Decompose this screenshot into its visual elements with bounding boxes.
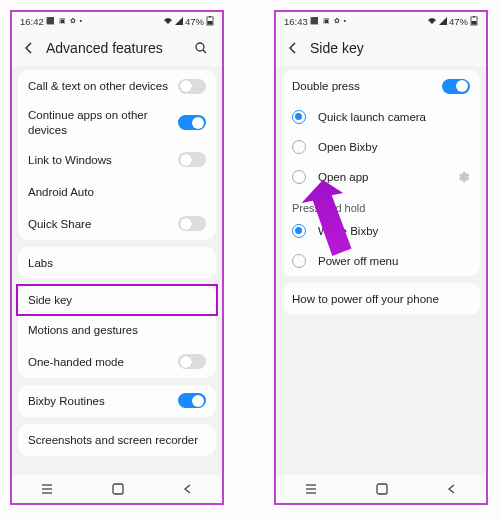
item-bixby-routines[interactable]: Bixby Routines [18, 385, 216, 417]
page-title: Advanced features [46, 40, 194, 56]
item-label: Android Auto [28, 186, 206, 198]
header: Advanced features [12, 30, 222, 66]
status-bar: 16:42 ⬛ ▣ ✿ • 47% [12, 12, 222, 30]
search-icon[interactable] [194, 41, 212, 55]
status-notif-icons: ⬛ ▣ ✿ • [310, 17, 347, 25]
section-label: Double press [292, 80, 442, 92]
item-android-auto[interactable]: Android Auto [18, 176, 216, 208]
radio-open-app[interactable]: Open app [282, 162, 480, 192]
radio-label: Wake Bixby [318, 225, 378, 237]
item-link-windows[interactable]: Link to Windows [18, 144, 216, 176]
recents-button[interactable] [304, 483, 318, 495]
back-icon[interactable] [22, 41, 40, 55]
svg-rect-11 [472, 21, 477, 25]
radio-open-bixby[interactable]: Open Bixby [282, 132, 480, 162]
page-title: Side key [310, 40, 476, 56]
item-label: Labs [28, 257, 206, 269]
status-bar: 16:43 ⬛ ▣ ✿ • 47% [276, 12, 486, 30]
item-screenshots[interactable]: Screenshots and screen recorder [18, 424, 216, 456]
status-notif-icons: ⬛ ▣ ✿ • [46, 17, 83, 25]
toggle-on[interactable] [178, 393, 206, 408]
recents-button[interactable] [40, 483, 54, 495]
item-how-to-power-off[interactable]: How to power off your phone [282, 283, 480, 315]
radio-label: Quick launch camera [318, 111, 426, 123]
nav-bar [12, 475, 222, 503]
svg-rect-8 [113, 484, 123, 494]
item-labs[interactable]: Labs [18, 247, 216, 279]
item-label: Screenshots and screen recorder [28, 434, 206, 446]
signal-icon [439, 17, 447, 25]
item-one-handed[interactable]: One-handed mode [18, 346, 216, 378]
battery-icon [206, 16, 214, 26]
wifi-icon [163, 17, 173, 25]
toggle-off[interactable] [178, 152, 206, 167]
status-time: 16:43 [284, 16, 308, 27]
item-motions[interactable]: Motions and gestures [18, 314, 216, 346]
battery-text: 47% [449, 16, 468, 27]
item-label: Motions and gestures [28, 324, 206, 336]
item-label: How to power off your phone [292, 293, 470, 305]
toggle-off[interactable] [178, 354, 206, 369]
radio-icon [292, 140, 306, 154]
battery-icon [470, 16, 478, 26]
gear-icon[interactable] [456, 170, 470, 184]
radio-label: Open app [318, 171, 456, 183]
item-label: Link to Windows [28, 154, 178, 166]
svg-line-4 [203, 50, 206, 53]
radio-wake-bixby[interactable]: Wake Bixby [282, 216, 480, 246]
toggle-on[interactable] [442, 79, 470, 94]
radio-quick-launch-camera[interactable]: Quick launch camera [282, 102, 480, 132]
radio-icon [292, 170, 306, 184]
back-button[interactable] [182, 483, 194, 495]
nav-bar [276, 475, 486, 503]
radio-power-off[interactable]: Power off menu [282, 246, 480, 276]
item-label: Call & text on other devices [28, 80, 178, 92]
item-call-text[interactable]: Call & text on other devices [18, 70, 216, 102]
toggle-off[interactable] [178, 216, 206, 231]
radio-label: Power off menu [318, 255, 398, 267]
svg-rect-10 [473, 16, 475, 17]
radio-selected-icon [292, 224, 306, 238]
home-button[interactable] [111, 482, 125, 496]
item-label: One-handed mode [28, 356, 178, 368]
item-continue-apps[interactable]: Continue apps on other devices [18, 102, 216, 144]
item-label: Bixby Routines [28, 395, 178, 407]
signal-icon [175, 17, 183, 25]
radio-selected-icon [292, 110, 306, 124]
settings-list: Call & text on other devices Continue ap… [12, 66, 222, 475]
toggle-off[interactable] [178, 79, 206, 94]
item-label: Side key [28, 294, 206, 306]
phone-screen-side-key: 16:43 ⬛ ▣ ✿ • 47% Side key Double press [274, 10, 488, 505]
header: Side key [276, 30, 486, 66]
item-label: Continue apps on other devices [28, 108, 178, 138]
back-icon[interactable] [286, 41, 304, 55]
item-label: Quick Share [28, 218, 178, 230]
wifi-icon [427, 17, 437, 25]
press-hold-header: Press and hold [282, 192, 480, 216]
home-button[interactable] [375, 482, 389, 496]
item-quick-share[interactable]: Quick Share [18, 208, 216, 240]
radio-label: Open Bixby [318, 141, 377, 153]
side-key-content: Double press Quick launch camera Open Bi… [276, 66, 486, 475]
svg-rect-2 [208, 21, 213, 25]
svg-rect-15 [377, 484, 387, 494]
double-press-header: Double press [282, 70, 480, 102]
svg-rect-1 [209, 16, 211, 17]
phone-screen-advanced-features: 16:42 ⬛ ▣ ✿ • 47% Advanced features [10, 10, 224, 505]
radio-icon [292, 254, 306, 268]
toggle-on[interactable] [178, 115, 206, 130]
item-side-key[interactable]: Side key [16, 284, 218, 316]
battery-text: 47% [185, 16, 204, 27]
svg-point-3 [196, 43, 204, 51]
status-time: 16:42 [20, 16, 44, 27]
back-button[interactable] [446, 483, 458, 495]
